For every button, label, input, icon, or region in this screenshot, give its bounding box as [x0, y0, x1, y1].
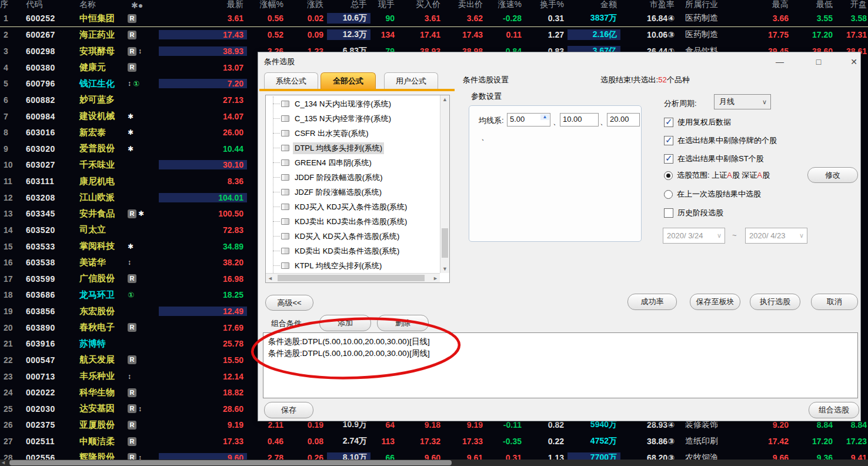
table-horizontal-scrollbar[interactable]: ◄ — [0, 460, 868, 466]
combo-select-button[interactable]: 组合选股 — [809, 402, 859, 418]
row-index: 17 — [0, 274, 16, 284]
range-radio-row[interactable]: 选股范围: 上证A股 深证A股 — [664, 170, 770, 181]
table-row[interactable]: 1600252中恒集团R3.610.560.0210.6万903.613.62-… — [0, 11, 868, 27]
column-header[interactable]: ✱● — [126, 1, 159, 10]
history-checkbox-row[interactable]: 历史阶段选股 — [664, 208, 723, 218]
formula-tree-item[interactable]: DTPL 均线多头排列(系统) — [266, 141, 440, 155]
formula-tree-item[interactable]: GREEN4 四串阴(系统) — [266, 155, 440, 170]
data-cell: 25.78 — [159, 339, 247, 348]
chevron-down-icon: ∨ — [799, 232, 804, 239]
column-header[interactable]: 最高 — [759, 0, 792, 10]
column-header[interactable]: 总手 — [327, 0, 370, 10]
date-from-picker[interactable]: 2020/ 3/24 ∨ — [663, 228, 725, 244]
save-to-board-button[interactable]: 保存至板块 — [690, 294, 740, 310]
separator: 、 — [481, 132, 489, 142]
column-header[interactable]: 所属行业 — [678, 0, 759, 10]
scroll-down-icon[interactable]: ▼ — [440, 266, 449, 272]
modify-range-button[interactable]: 修改 — [807, 167, 858, 183]
checkbox-unchecked-icon[interactable] — [664, 208, 673, 218]
data-cell: -0.35 — [486, 437, 525, 446]
formula-tree-item[interactable]: JDZF 阶段涨幅选股(系统) — [266, 185, 440, 199]
tab-all-formulas[interactable]: 全部公式 — [321, 72, 376, 89]
ma-input-2[interactable]: 10.00 — [560, 113, 599, 127]
scroll-right-icon[interactable]: ► — [433, 275, 438, 281]
condition-line[interactable]: 条件选股:DTPL(5.00,10.00,20.00,30.00)[日线] — [268, 336, 853, 348]
table-row[interactable]: 27002511中顺洁柔R17.330.460.082.74万11317.321… — [0, 433, 868, 450]
condition-line[interactable]: 条件选股:DTPL(5.00,10.00,20.00,30.00)[周线] — [268, 348, 853, 360]
formula-tree-item[interactable]: KDJ买入 KDJ买入条件选股(系统) — [266, 199, 440, 214]
formula-tree-item[interactable]: C_135 N天内经常涨停(系统) — [266, 111, 440, 126]
formula-tree-item[interactable]: KD卖出 KD卖出条件选股(系统) — [266, 244, 440, 258]
flags-cell: R — [126, 31, 159, 39]
run-selection-button[interactable]: 执行选股 — [750, 294, 800, 310]
option-checkbox-row[interactable]: 在选出结果中剔除ST个股 — [664, 154, 764, 164]
checkbox-checked-icon[interactable] — [664, 118, 673, 127]
minimize-button[interactable]: — — [771, 57, 789, 66]
column-header[interactable]: 代码 — [16, 0, 68, 10]
scroll-up-icon[interactable]: ▲ — [440, 96, 449, 102]
column-header[interactable]: 最新 — [159, 0, 247, 10]
column-header[interactable]: 市盈率 — [620, 0, 678, 10]
row-index: 26 — [0, 420, 16, 430]
column-header[interactable]: 买入价 — [398, 0, 444, 10]
radio-unselected-icon[interactable] — [664, 190, 673, 199]
add-condition-button[interactable]: 添加 — [319, 315, 371, 331]
option-checkbox-row[interactable]: 使用复权后数据 — [664, 117, 731, 128]
maximize-button[interactable]: □ — [810, 57, 827, 66]
tab-system-formulas[interactable]: 系统公式 — [264, 72, 318, 89]
stock-name: 中顺洁柔 — [68, 436, 126, 447]
table-header-row[interactable]: 序代码名称✱●最新涨幅%涨跌总手现手买入价卖出价涨速%换手%金额市盈率所属行业最… — [0, 0, 868, 11]
flags-cell: R↕ — [126, 47, 159, 56]
formula-tree-item[interactable]: CSFR 出水芙蓉(系统) — [266, 126, 440, 141]
success-rate-button[interactable]: 成功率 — [627, 294, 677, 310]
scroll-left-icon[interactable]: ◄ — [1, 460, 6, 466]
analysis-period-dropdown[interactable]: 月线 ∨ — [714, 94, 771, 109]
table-row[interactable]: 2600267海正药业R17.430.520.0912.3万13417.4117… — [0, 27, 868, 44]
option-checkbox-row[interactable]: 在选出结果中剔除停牌的个股 — [664, 135, 777, 146]
last-result-radio-row[interactable]: 在上一次选股结果中选股 — [664, 189, 761, 199]
formula-book-icon — [281, 115, 289, 122]
ma-value-3: 20.00 — [610, 115, 629, 124]
column-header[interactable]: 卖出价 — [444, 0, 486, 10]
remove-condition-button[interactable]: 删除 — [377, 315, 429, 331]
formula-tree-item[interactable]: KTPL 均线空头排列(系统) — [266, 258, 440, 273]
checkbox-checked-icon[interactable] — [664, 136, 673, 145]
formula-tree-item[interactable]: C_134 N天内出现涨停(系统) — [266, 96, 440, 111]
column-header[interactable]: 金额 — [567, 0, 620, 10]
column-header[interactable]: 现手 — [370, 0, 398, 10]
save-button[interactable]: 保存 — [264, 402, 313, 418]
close-button[interactable]: ✕ — [845, 57, 863, 66]
condition-listbox[interactable]: 条件选股:DTPL(5.00,10.00,20.00,30.00)[日线]条件选… — [263, 332, 858, 398]
checkbox-checked-icon[interactable] — [664, 154, 673, 164]
ma-input-1[interactable]: 5.00 ▲ — [507, 113, 550, 127]
column-header[interactable]: 换手% — [525, 0, 567, 10]
date-to-picker[interactable]: 2020/ 4/23 ∨ — [745, 228, 807, 244]
formula-tree-item[interactable]: KDJ卖出 KDJ卖出条件选股(系统) — [266, 214, 440, 229]
cancel-button[interactable]: 取消 — [811, 294, 858, 310]
column-header[interactable]: 涨速% — [486, 0, 525, 10]
column-header[interactable]: 最低 — [792, 0, 836, 10]
tree-vertical-scrollbar[interactable]: ▲ ▼ — [440, 95, 449, 273]
ma-input-3[interactable]: 20.00 — [607, 113, 640, 127]
star-icon: ✱ — [128, 112, 133, 121]
scrollbar-thumb[interactable] — [9, 460, 452, 465]
advanced-toggle-button[interactable]: 高级<< — [265, 295, 313, 311]
formula-book-icon — [281, 218, 289, 225]
column-header[interactable]: 涨幅% — [247, 0, 287, 10]
tree-hscroll-thumb[interactable] — [278, 275, 425, 281]
column-header[interactable]: 开盘 — [836, 0, 868, 10]
formula-tree-item[interactable]: JDDF 阶段跌幅选股(系统) — [266, 170, 440, 185]
scroll-left-icon[interactable]: ◄ — [268, 275, 273, 281]
tree-horizontal-scrollbar[interactable]: ◄ ► — [266, 273, 440, 282]
spinner-up-icon[interactable]: ▲ — [540, 114, 549, 120]
radio-selected-icon[interactable] — [664, 171, 673, 180]
margin-badge-icon: R — [128, 209, 136, 218]
column-header[interactable]: 涨跌 — [287, 0, 327, 10]
formula-tree-item[interactable]: KD买入 KD买入条件选股(系统) — [266, 229, 440, 244]
tree-vscroll-thumb[interactable] — [442, 228, 448, 258]
row-index: 7 — [0, 112, 16, 121]
column-header[interactable]: 名称 — [68, 0, 126, 10]
tab-user-formulas[interactable]: 用户公式 — [384, 72, 438, 89]
stock-code: 603599 — [16, 274, 68, 284]
column-header[interactable]: 序 — [0, 0, 16, 10]
